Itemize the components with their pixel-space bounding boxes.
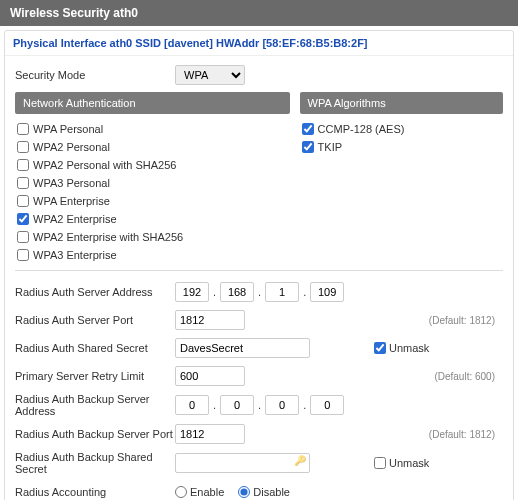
retry-limit-default: (Default: 600) <box>434 371 503 382</box>
radius-shared-secret-input[interactable] <box>175 338 310 358</box>
wpa-algorithms-header: WPA Algorithms <box>300 92 503 114</box>
radius-ip-2[interactable] <box>220 282 254 302</box>
radius-server-port-label: Radius Auth Server Port <box>15 314 175 326</box>
physical-interface-label: Physical Interface ath0 SSID [davenet] H… <box>5 31 513 56</box>
radius-server-port-input[interactable] <box>175 310 245 330</box>
auth-wpa-personal[interactable]: WPA Personal <box>15 120 290 138</box>
auth-wpa-enterprise[interactable]: WPA Enterprise <box>15 192 290 210</box>
backup-ip-3[interactable] <box>265 395 299 415</box>
unmask-backup-secret[interactable]: Unmask <box>374 457 429 469</box>
auth-wpa2-personal-sha256[interactable]: WPA2 Personal with SHA256 <box>15 156 290 174</box>
auth-wpa3-personal[interactable]: WPA3 Personal <box>15 174 290 192</box>
radius-ip-4[interactable] <box>310 282 344 302</box>
radius-ip-3[interactable] <box>265 282 299 302</box>
auth-wpa2-personal[interactable]: WPA2 Personal <box>15 138 290 156</box>
backup-secret-input[interactable] <box>175 453 310 473</box>
auth-wpa2-enterprise-sha256[interactable]: WPA2 Enterprise with SHA256 <box>15 228 290 246</box>
radius-port-default: (Default: 1812) <box>429 315 503 326</box>
backup-port-label: Radius Auth Backup Server Port <box>15 428 175 440</box>
unmask-secret[interactable]: Unmask <box>374 342 429 354</box>
security-mode-section: Security Mode WPA Network Authentication… <box>5 56 513 500</box>
backup-ip-4[interactable] <box>310 395 344 415</box>
backup-ip-2[interactable] <box>220 395 254 415</box>
alg-tkip[interactable]: TKIP <box>300 138 503 156</box>
wpa-algorithms-list: CCMP-128 (AES) TKIP <box>300 120 503 156</box>
backup-ip-1[interactable] <box>175 395 209 415</box>
radius-ip-1[interactable] <box>175 282 209 302</box>
retry-limit-input[interactable] <box>175 366 245 386</box>
main-panel: Physical Interface ath0 SSID [davenet] H… <box>4 30 514 500</box>
network-auth-header: Network Authentication <box>15 92 290 114</box>
backup-secret-label: Radius Auth Backup Shared Secret <box>15 451 175 475</box>
radius-shared-secret-label: Radius Auth Shared Secret <box>15 342 175 354</box>
security-mode-select[interactable]: WPA <box>175 65 245 85</box>
auth-wpa2-enterprise[interactable]: WPA2 Enterprise <box>15 210 290 228</box>
accounting-disable[interactable]: Disable <box>238 486 290 498</box>
page-title: Wireless Security ath0 <box>0 0 518 26</box>
backup-addr-label: Radius Auth Backup Server Address <box>15 393 175 417</box>
radius-accounting-label: Radius Accounting <box>15 486 175 498</box>
alg-ccmp[interactable]: CCMP-128 (AES) <box>300 120 503 138</box>
auth-algorithm-groups: Network Authentication WPA Personal WPA2… <box>15 92 503 264</box>
radius-server-addr-label: Radius Auth Server Address <box>15 286 175 298</box>
network-auth-list: WPA Personal WPA2 Personal WPA2 Personal… <box>15 120 290 264</box>
retry-limit-label: Primary Server Retry Limit <box>15 370 175 382</box>
accounting-enable[interactable]: Enable <box>175 486 224 498</box>
auth-wpa3-enterprise[interactable]: WPA3 Enterprise <box>15 246 290 264</box>
backup-port-input[interactable] <box>175 424 245 444</box>
security-mode-label: Security Mode <box>15 69 175 81</box>
backup-port-default: (Default: 1812) <box>429 429 503 440</box>
divider <box>15 270 503 271</box>
